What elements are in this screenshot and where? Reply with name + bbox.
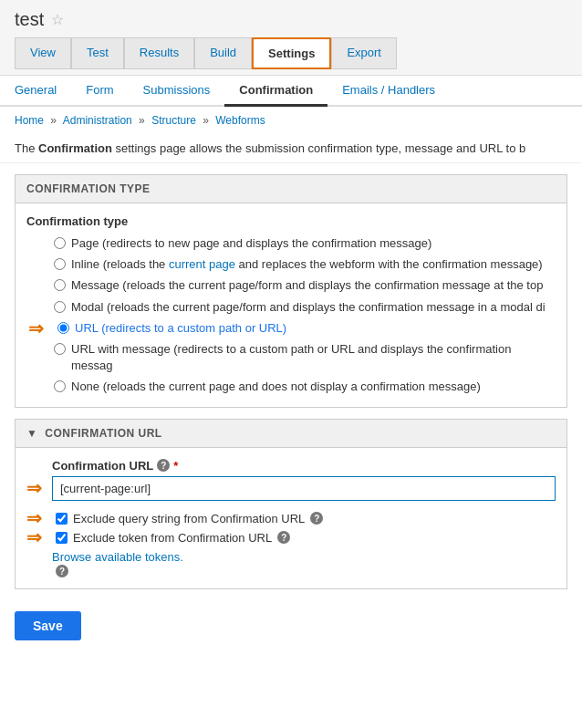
- tab-form[interactable]: Form: [71, 76, 128, 107]
- confirmation-url-help-icon[interactable]: ?: [157, 459, 170, 472]
- radio-url-message-label[interactable]: URL with message (redirects to a custom …: [71, 341, 556, 374]
- exclude-token-checkbox[interactable]: [56, 532, 68, 544]
- browse-tokens-link[interactable]: Browse available tokens.: [52, 550, 556, 564]
- breadcrumb-webforms[interactable]: Webforms: [215, 114, 265, 127]
- radio-item-message: Message (reloads the current page/form a…: [54, 277, 556, 294]
- radio-none-label[interactable]: None (reloads the current page and does …: [71, 379, 481, 395]
- radio-inline-label[interactable]: Inline (reloads the current page and rep…: [71, 256, 543, 273]
- arrow-exclude-token-indicator: ⇒: [26, 526, 42, 548]
- tab-settings[interactable]: Settings: [252, 37, 331, 69]
- exclude-token-help-icon[interactable]: ?: [277, 531, 290, 544]
- star-icon[interactable]: ☆: [51, 11, 64, 28]
- confirmation-type-header: CONFIRMATION TYPE: [16, 175, 566, 203]
- tab-general[interactable]: General: [0, 76, 71, 107]
- radio-item-page: Page (redirects to new page and displays…: [54, 235, 556, 252]
- confirmation-type-label: Confirmation type: [26, 214, 556, 228]
- radio-page[interactable]: [54, 237, 66, 249]
- breadcrumb: Home » Administration » Structure » Webf…: [0, 107, 582, 134]
- confirmation-url-label: Confirmation URL ? *: [52, 459, 556, 473]
- tab-test[interactable]: Test: [71, 37, 124, 69]
- tab-build[interactable]: Build: [194, 37, 252, 69]
- tab-view[interactable]: View: [15, 37, 71, 69]
- confirmation-type-section: CONFIRMATION TYPE Confirmation type Page…: [15, 174, 567, 408]
- confirmation-url-section: ▼ CONFIRMATION URL Confirmation URL ? * …: [15, 419, 567, 590]
- radio-modal[interactable]: [54, 301, 66, 313]
- radio-item-inline: Inline (reloads the current page and rep…: [54, 256, 556, 273]
- section-toggle[interactable]: ▼: [26, 427, 37, 440]
- confirmation-type-body: Confirmation type Page (redirects to new…: [16, 203, 566, 407]
- info-text-bold: Confirmation: [38, 141, 112, 155]
- arrow-url-input-indicator: ⇒: [26, 477, 42, 499]
- arrow-url-indicator: ⇒: [28, 316, 44, 341]
- primary-tabs: View Test Results Build Settings Export: [15, 37, 567, 69]
- exclude-token-checkbox-item: ⇒ Exclude token from Confirmation URL ?: [52, 531, 556, 545]
- tab-export[interactable]: Export: [331, 37, 397, 69]
- browse-tokens-row: Browse available tokens. ?: [52, 550, 556, 578]
- tab-emails-handlers[interactable]: Emails / Handlers: [327, 76, 450, 107]
- radio-group-confirmation-type: Page (redirects to new page and displays…: [26, 235, 556, 396]
- radio-item-modal: Modal (reloads the current page/form and…: [54, 299, 556, 316]
- exclude-query-help-icon[interactable]: ?: [310, 512, 323, 525]
- exclude-query-label[interactable]: Exclude query string from Confirmation U…: [73, 512, 305, 525]
- radio-modal-label[interactable]: Modal (reloads the current page/form and…: [71, 299, 546, 316]
- confirmation-url-required: *: [173, 459, 178, 473]
- radio-item-url-message: URL with message (redirects to a custom …: [54, 341, 556, 374]
- tab-confirmation[interactable]: Confirmation: [224, 76, 327, 107]
- breadcrumb-home[interactable]: Home: [15, 114, 44, 127]
- tab-results[interactable]: Results: [124, 37, 194, 69]
- radio-url[interactable]: [57, 322, 69, 334]
- exclude-query-checkbox[interactable]: [56, 513, 68, 525]
- breadcrumb-structure[interactable]: Structure: [151, 114, 196, 127]
- confirmation-url-body: Confirmation URL ? * ⇒ ⇒ Exclude query s…: [16, 448, 566, 589]
- save-button[interactable]: Save: [15, 611, 81, 640]
- radio-message-label[interactable]: Message (reloads the current page/form a…: [71, 277, 543, 294]
- confirmation-url-header: ▼ CONFIRMATION URL: [16, 420, 566, 448]
- exclude-query-checkbox-item: ⇒ Exclude query string from Confirmation…: [52, 512, 556, 525]
- secondary-tabs: General Form Submissions Confirmation Em…: [0, 76, 582, 107]
- radio-url-message[interactable]: [54, 343, 66, 355]
- browse-tokens-help-icon[interactable]: ?: [56, 565, 68, 577]
- radio-page-label[interactable]: Page (redirects to new page and displays…: [71, 235, 431, 252]
- radio-inline[interactable]: [54, 258, 66, 270]
- radio-url-label[interactable]: URL (redirects to a custom path or URL): [75, 320, 286, 337]
- exclude-token-label[interactable]: Exclude token from Confirmation URL: [73, 531, 272, 545]
- radio-message[interactable]: [54, 279, 66, 291]
- breadcrumb-administration[interactable]: Administration: [63, 114, 132, 127]
- radio-none[interactable]: [54, 380, 66, 392]
- save-section: Save: [0, 600, 582, 651]
- confirmation-url-input[interactable]: [52, 476, 556, 501]
- page-title: test: [15, 9, 44, 30]
- radio-item-url: ⇒ URL (redirects to a custom path or URL…: [54, 320, 556, 337]
- tab-submissions[interactable]: Submissions: [129, 76, 225, 107]
- radio-item-none: None (reloads the current page and does …: [54, 379, 556, 395]
- info-text: The Confirmation settings page allows th…: [0, 134, 582, 163]
- confirmation-url-field: Confirmation URL ? * ⇒: [52, 459, 556, 501]
